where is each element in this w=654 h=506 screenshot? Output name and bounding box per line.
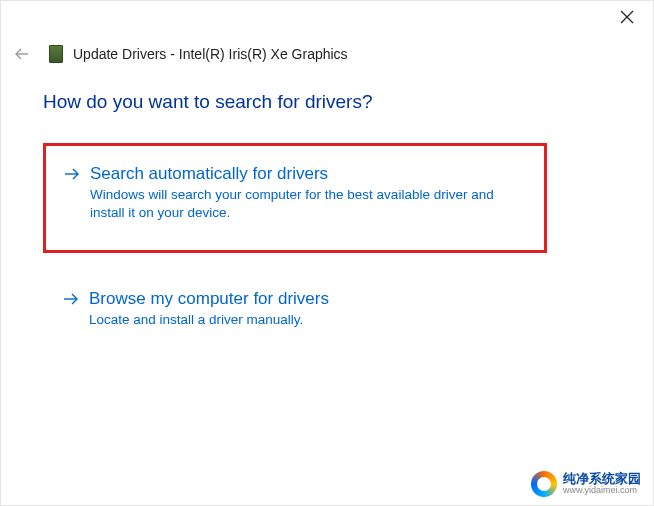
watermark-text: 纯净系统家园 www.yidaimei.com	[563, 472, 641, 495]
arrow-right-icon	[64, 166, 80, 182]
option-header: Search automatically for drivers	[64, 164, 526, 184]
dialog-header: Update Drivers - Intel(R) Iris(R) Xe Gra…	[1, 33, 653, 73]
option-header: Browse my computer for drivers	[63, 289, 527, 309]
option-description: Windows will search your computer for th…	[90, 186, 526, 222]
option-description: Locate and install a driver manually.	[89, 311, 527, 329]
watermark-url: www.yidaimei.com	[563, 486, 641, 495]
close-icon	[620, 10, 634, 24]
window-title: Update Drivers - Intel(R) Iris(R) Xe Gra…	[73, 46, 348, 62]
watermark: 纯净系统家园 www.yidaimei.com	[531, 471, 641, 497]
close-button[interactable]	[613, 3, 641, 31]
back-button[interactable]	[11, 43, 33, 65]
watermark-logo-icon	[531, 471, 557, 497]
option-title: Browse my computer for drivers	[89, 289, 329, 309]
option-title: Search automatically for drivers	[90, 164, 328, 184]
option-browse-computer[interactable]: Browse my computer for drivers Locate an…	[43, 269, 547, 359]
arrow-left-icon	[14, 46, 30, 62]
option-search-automatically[interactable]: Search automatically for drivers Windows…	[43, 143, 547, 253]
content-area: How do you want to search for drivers? S…	[1, 73, 653, 360]
arrow-right-icon	[63, 291, 79, 307]
page-heading: How do you want to search for drivers?	[43, 91, 611, 113]
titlebar	[1, 1, 653, 33]
device-icon	[49, 45, 63, 63]
watermark-title: 纯净系统家园	[563, 472, 641, 486]
